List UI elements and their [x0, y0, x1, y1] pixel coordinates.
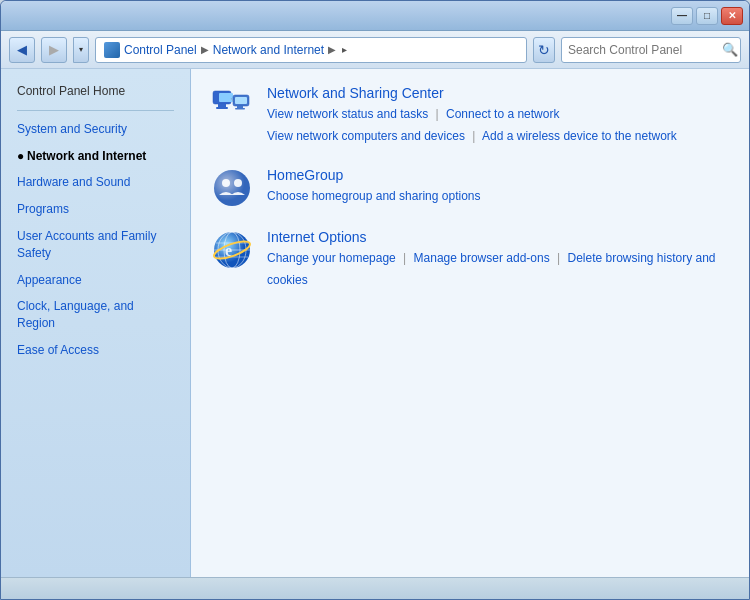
sidebar: Control Panel Home System and Security ●…	[1, 69, 191, 577]
breadcrumb-arrow: ▸	[342, 44, 347, 55]
breadcrumb-sep-2: ▶	[328, 44, 336, 55]
svg-rect-2	[216, 107, 228, 109]
address-bar: ◀ ▶ ▾ Control Panel ▶ Network and Intern…	[1, 31, 749, 69]
link-view-network-status[interactable]: View network status and tasks	[267, 107, 428, 121]
network-sharing-icon	[211, 85, 253, 127]
main-area: Control Panel Home System and Security ●…	[1, 69, 749, 577]
sep2: |	[472, 129, 475, 143]
window-controls: — □ ✕	[671, 7, 743, 25]
forward-button[interactable]: ▶	[41, 37, 67, 63]
link-add-wireless-device[interactable]: Add a wireless device to the network	[482, 129, 677, 143]
active-bullet: ●	[17, 148, 25, 165]
sep4: |	[557, 251, 560, 265]
search-input[interactable]	[568, 43, 718, 57]
close-button[interactable]: ✕	[721, 7, 743, 25]
breadcrumb-sep-1: ▶	[201, 44, 209, 55]
content-panel: Network and Sharing Center View network …	[191, 69, 749, 577]
sep1: |	[436, 107, 439, 121]
sidebar-divider	[17, 110, 174, 111]
control-panel-icon	[104, 42, 120, 58]
maximize-button[interactable]: □	[696, 7, 718, 25]
svg-rect-1	[218, 104, 226, 107]
sidebar-item-control-panel-home[interactable]: Control Panel Home	[1, 79, 190, 104]
sidebar-item-programs[interactable]: Programs	[1, 197, 190, 222]
sidebar-item-hardware-sound[interactable]: Hardware and Sound	[1, 170, 190, 195]
svg-rect-7	[235, 97, 247, 104]
svg-point-10	[222, 179, 230, 187]
sidebar-item-user-accounts[interactable]: User Accounts and Family Safety	[1, 224, 190, 266]
internet-options-icon: e	[211, 229, 253, 271]
link-view-network-computers[interactable]: View network computers and devices	[267, 129, 465, 143]
homegroup-icon	[211, 167, 253, 209]
breadcrumb-control-panel[interactable]: Control Panel	[124, 43, 197, 57]
title-bar: — □ ✕	[1, 1, 749, 31]
category-internet-options: e Internet Options Change your homepage …	[211, 229, 729, 291]
sidebar-item-ease-of-access[interactable]: Ease of Access	[1, 338, 190, 363]
network-sharing-text: Network and Sharing Center View network …	[267, 85, 729, 147]
network-sharing-title[interactable]: Network and Sharing Center	[267, 85, 729, 101]
sidebar-item-clock-language[interactable]: Clock, Language, and Region	[1, 294, 190, 336]
svg-rect-5	[237, 106, 243, 108]
sidebar-item-network-internet: ●Network and Internet	[1, 144, 190, 169]
minimize-button[interactable]: —	[671, 7, 693, 25]
link-connect-network[interactable]: Connect to a network	[446, 107, 559, 121]
network-sharing-links: View network status and tasks | Connect …	[267, 104, 729, 147]
link-choose-homegroup[interactable]: Choose homegroup and sharing options	[267, 189, 480, 203]
breadcrumb-network-internet[interactable]: Network and Internet	[213, 43, 324, 57]
history-dropdown-button[interactable]: ▾	[73, 37, 89, 63]
homegroup-links: Choose homegroup and sharing options	[267, 186, 729, 208]
sidebar-item-system-security[interactable]: System and Security	[1, 117, 190, 142]
breadcrumb-bar: Control Panel ▶ Network and Internet ▶ ▸	[95, 37, 527, 63]
refresh-button[interactable]: ↻	[533, 37, 555, 63]
internet-options-links: Change your homepage | Manage browser ad…	[267, 248, 729, 291]
main-window: — □ ✕ ◀ ▶ ▾ Control Panel ▶ Network and …	[0, 0, 750, 600]
internet-options-text: Internet Options Change your homepage | …	[267, 229, 729, 291]
category-network-sharing: Network and Sharing Center View network …	[211, 85, 729, 147]
svg-rect-3	[219, 93, 233, 102]
internet-options-title[interactable]: Internet Options	[267, 229, 729, 245]
svg-point-11	[234, 179, 242, 187]
svg-point-9	[214, 170, 250, 206]
svg-rect-6	[235, 108, 245, 110]
category-homegroup: HomeGroup Choose homegroup and sharing o…	[211, 167, 729, 209]
back-button[interactable]: ◀	[9, 37, 35, 63]
homegroup-title[interactable]: HomeGroup	[267, 167, 729, 183]
search-box: 🔍	[561, 37, 741, 63]
link-manage-addons[interactable]: Manage browser add-ons	[414, 251, 550, 265]
search-icon[interactable]: 🔍	[722, 42, 738, 57]
status-bar	[1, 577, 749, 599]
link-change-homepage[interactable]: Change your homepage	[267, 251, 396, 265]
homegroup-text: HomeGroup Choose homegroup and sharing o…	[267, 167, 729, 208]
sidebar-item-appearance[interactable]: Appearance	[1, 268, 190, 293]
sep3: |	[403, 251, 406, 265]
